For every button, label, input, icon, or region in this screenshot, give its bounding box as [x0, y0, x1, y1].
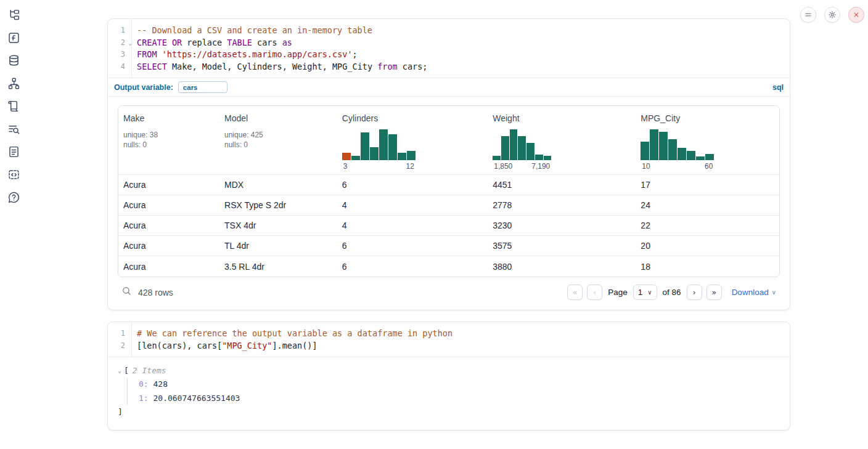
histogram-bar: [668, 139, 677, 160]
dependency-graph-icon[interactable]: [7, 77, 20, 90]
histogram-bar: [696, 156, 705, 160]
scratchpad-icon[interactable]: [7, 100, 20, 113]
items-count: 2 Items: [133, 366, 166, 375]
settings-button[interactable]: [824, 7, 840, 23]
last-page-button[interactable]: »: [706, 285, 722, 300]
histogram-bar: [705, 154, 714, 160]
snippets-icon[interactable]: [7, 168, 20, 181]
sql-output: Make unique: 38 nulls: 0 Model unique: 4…: [108, 97, 790, 310]
table-cell: 20: [636, 236, 779, 256]
list-item: 0: 428: [139, 378, 780, 392]
column-header-model[interactable]: Model unique: 425 nulls: 0: [219, 106, 337, 174]
gear-icon: [828, 10, 837, 19]
histogram-bar: [407, 151, 416, 160]
column-stat: unique: 38: [123, 130, 215, 140]
table-cell: Acura: [118, 216, 219, 235]
shutdown-button[interactable]: [848, 7, 864, 23]
table-footer: 428 rows « ‹ Page 1 ∨ of 86 › » Download…: [118, 277, 780, 302]
table-cell: 22: [636, 216, 779, 235]
sql-cell: 1-- Download a CSV and create an in-memo…: [107, 18, 790, 310]
open-bracket: [: [124, 366, 129, 375]
histogram-bar: [388, 134, 397, 160]
table-cell: 2778: [488, 195, 636, 215]
output-variable-label: Output variable:: [114, 83, 173, 92]
table-cell: Acura: [118, 195, 219, 215]
histogram-bar: [678, 148, 686, 160]
sidebar: [0, 9, 27, 204]
table-row: AcuraTSX 4dr4323022: [118, 216, 779, 236]
histogram-bar: [518, 136, 526, 160]
python-output: ⌄ [ 2 Items 0: 428 1: 20.060747663551403…: [108, 357, 790, 430]
histogram-bar: [659, 132, 668, 160]
table-cell: 4: [337, 195, 488, 215]
table-cell: TL 4dr: [219, 236, 337, 256]
total-pages-label: of 86: [663, 288, 681, 297]
table-header: Make unique: 38 nulls: 0 Model unique: 4…: [118, 106, 779, 175]
histogram-bar: [342, 153, 351, 160]
table-row: AcuraMDX6445117: [118, 175, 779, 195]
table-cell: RSX Type S 2dr: [219, 195, 337, 215]
logs-icon[interactable]: [7, 123, 20, 136]
output-variable-input[interactable]: [178, 81, 227, 93]
file-tree-icon[interactable]: [7, 9, 20, 22]
functions-icon[interactable]: [7, 31, 20, 44]
table-cell: Acura: [118, 236, 219, 256]
histogram-bar: [493, 156, 501, 160]
histogram-bar: [501, 136, 509, 160]
column-header-make[interactable]: Make unique: 38 nulls: 0: [118, 106, 219, 174]
table-cell: 18: [636, 256, 779, 277]
search-icon[interactable]: [121, 286, 132, 299]
cylinders-histogram: 312: [342, 128, 416, 171]
histogram-bar: [379, 129, 388, 160]
histogram-bar: [535, 155, 543, 160]
table-cell: 3.5 RL 4dr: [219, 256, 337, 277]
language-badge: sql: [772, 83, 784, 92]
column-header-weight[interactable]: Weight 1,8507,190: [488, 106, 636, 174]
hamburger-menu-icon: [804, 10, 813, 19]
table-cell: MDX: [219, 175, 337, 195]
table-cell: 6: [337, 256, 488, 277]
table-cell: 3575: [488, 236, 636, 256]
histogram-bar: [687, 151, 695, 160]
database-icon[interactable]: [7, 54, 20, 67]
histogram-bar: [398, 153, 406, 160]
column-header-cylinders[interactable]: Cylinders 312: [337, 106, 488, 174]
histogram-bar: [641, 142, 649, 160]
table-cell: 3880: [488, 256, 636, 277]
data-table: Make unique: 38 nulls: 0 Model unique: 4…: [118, 105, 780, 277]
mpg-city-histogram: 1060: [641, 128, 714, 171]
python-cell: 1# We can reference the output variable …: [107, 322, 790, 431]
menu-button[interactable]: [800, 7, 816, 23]
first-page-button[interactable]: «: [567, 285, 583, 300]
column-header-mpg-city[interactable]: MPG_City 1060: [636, 106, 779, 174]
table-cell: Acura: [118, 256, 219, 277]
page-select[interactable]: 1 ∨: [633, 285, 657, 300]
list-entries: 0: 428 1: 20.060747663551403: [127, 378, 780, 405]
download-button[interactable]: Download ∨: [732, 288, 776, 297]
weight-histogram: 1,8507,190: [493, 128, 551, 171]
histogram-bar: [510, 129, 518, 160]
histogram-bar: [650, 129, 658, 160]
help-icon[interactable]: [7, 191, 20, 204]
notebook: 1-- Download a CSV and create an in-memo…: [107, 18, 790, 431]
column-stat: nulls: 0: [123, 140, 215, 150]
prev-page-button[interactable]: ‹: [587, 285, 602, 300]
fold-chevron-icon[interactable]: ⌄: [129, 38, 132, 50]
table-cell: TSX 4dr: [219, 216, 337, 235]
histogram-bar: [526, 143, 534, 160]
table-cell: 4: [337, 216, 488, 235]
sql-code-editor[interactable]: 1-- Download a CSV and create an in-memo…: [108, 19, 790, 78]
table-body: AcuraMDX6445117AcuraRSX Type S 2dr427782…: [118, 175, 779, 277]
table-cell: 24: [636, 195, 779, 215]
histogram-bar: [370, 147, 379, 160]
table-cell: 4451: [488, 175, 636, 195]
notebook-actions: [800, 7, 864, 23]
next-page-button[interactable]: ›: [687, 285, 702, 300]
close-icon: [852, 10, 861, 19]
documentation-icon[interactable]: [7, 145, 20, 158]
table-row: AcuraRSX Type S 2dr4277824: [118, 195, 779, 216]
python-code-editor[interactable]: 1# We can reference the output variable …: [108, 322, 790, 357]
histogram-bar: [361, 132, 369, 160]
histogram-bar: [544, 156, 552, 160]
collapse-chevron-icon[interactable]: ⌄: [118, 367, 121, 374]
